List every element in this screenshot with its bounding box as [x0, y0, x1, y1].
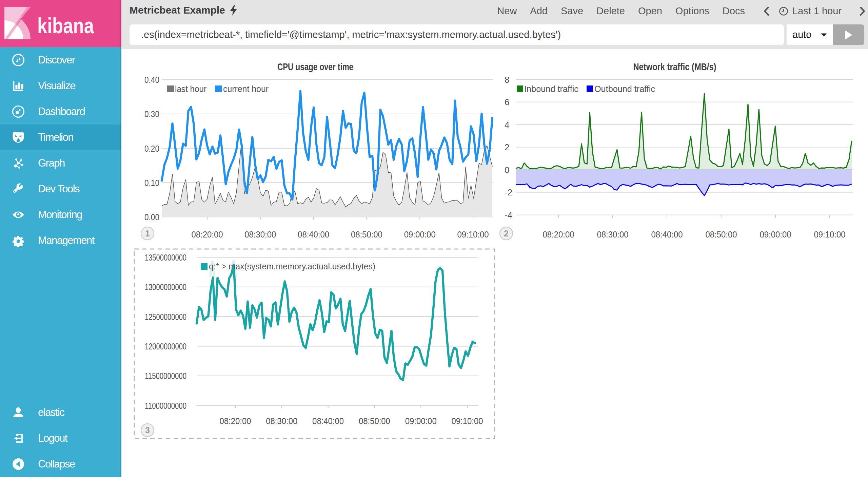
svg-text:08:20:00: 08:20:00 — [192, 229, 223, 240]
svg-text:09:10:00: 09:10:00 — [457, 229, 489, 240]
svg-text:last hour: last hour — [175, 84, 206, 94]
svg-text:09:00:00: 09:00:00 — [404, 229, 436, 240]
svg-text:Network traffic (MB/s): Network traffic (MB/s) — [633, 61, 716, 72]
svg-text:08:50:00: 08:50:00 — [359, 416, 390, 426]
svg-text:08:50:00: 08:50:00 — [706, 229, 737, 240]
svg-text:08:50:00: 08:50:00 — [351, 229, 382, 240]
svg-text:2: 2 — [505, 142, 509, 152]
svg-text:13000000000: 13000000000 — [145, 282, 186, 292]
svg-text:0: 0 — [505, 165, 509, 175]
svg-text:0.00: 0.00 — [144, 212, 159, 222]
svg-text:08:40:00: 08:40:00 — [312, 416, 344, 426]
svg-text:kibana: kibana — [37, 14, 94, 38]
svg-text:Inbound traffic: Inbound traffic — [524, 84, 578, 94]
svg-text:09:00:00: 09:00:00 — [405, 416, 437, 426]
svg-text:09:00:00: 09:00:00 — [760, 229, 791, 240]
svg-text:08:30:00: 08:30:00 — [244, 229, 276, 240]
svg-text:08:30:00: 08:30:00 — [597, 229, 629, 240]
svg-text:3: 3 — [145, 425, 150, 435]
svg-text:2: 2 — [504, 229, 509, 238]
svg-text:0.20: 0.20 — [144, 144, 159, 154]
svg-text:6: 6 — [505, 97, 509, 107]
svg-text:08:30:00: 08:30:00 — [266, 416, 297, 426]
svg-text:12500000000: 12500000000 — [145, 312, 186, 322]
svg-text:0.10: 0.10 — [144, 178, 159, 188]
svg-text:4: 4 — [505, 120, 509, 130]
svg-text:0.30: 0.30 — [144, 109, 159, 119]
svg-text:08:40:00: 08:40:00 — [298, 229, 329, 240]
svg-text:CPU usage over time: CPU usage over time — [277, 61, 353, 72]
svg-text:11000000000: 11000000000 — [145, 401, 186, 411]
svg-text:1: 1 — [145, 229, 150, 238]
svg-text:0.40: 0.40 — [144, 75, 159, 85]
svg-text:13500000000: 13500000000 — [145, 252, 186, 263]
svg-text:Outbound traffic: Outbound traffic — [594, 84, 655, 94]
svg-text:-4: -4 — [505, 210, 512, 220]
svg-text:08:20:00: 08:20:00 — [543, 229, 574, 240]
svg-text:q:* > max(system.memory.actual: q:* > max(system.memory.actual.used.byte… — [209, 261, 375, 271]
svg-text:08:40:00: 08:40:00 — [651, 229, 683, 240]
svg-text:11500000000: 11500000000 — [145, 371, 186, 381]
svg-text:current hour: current hour — [223, 84, 269, 94]
svg-text:8: 8 — [505, 75, 509, 85]
svg-text:09:10:00: 09:10:00 — [814, 229, 846, 240]
svg-text:08:20:00: 08:20:00 — [220, 416, 251, 426]
svg-text:12000000000: 12000000000 — [145, 341, 186, 351]
svg-text:09:10:00: 09:10:00 — [452, 416, 483, 426]
svg-text:-2: -2 — [505, 187, 512, 197]
